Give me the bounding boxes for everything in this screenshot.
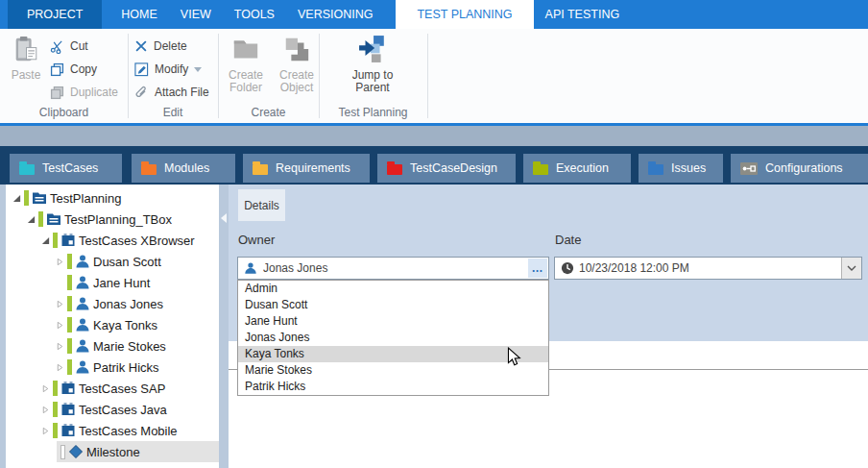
tree-item-testplanning[interactable]: TestPlanning [6,187,219,209]
dropdown-option-dusan-scott[interactable]: Dusan Scott [238,297,548,313]
owner-field-label: Owner [238,233,275,247]
tab-testcasedesign[interactable]: TestCaseDesign [377,154,516,183]
tree-item-dusan-scott[interactable]: Dusan Scott [6,251,219,272]
expanded-toggle-icon[interactable] [25,215,36,224]
folder-icon [19,164,35,175]
tree-item-patrik-hicks[interactable]: Patrik Hicks [6,357,219,378]
project-folder-icon [46,211,61,227]
owner-combobox[interactable]: Jonas Jones … [237,257,549,280]
tab-requirements[interactable]: Requirements [243,154,370,183]
menu-item-test-planning-active[interactable]: TEST PLANNING [396,0,533,29]
menu-item-project[interactable]: PROJECT [8,0,102,29]
green-status-bar [24,190,29,206]
menu-item-api-testing[interactable]: API TESTING [534,0,632,29]
tab-configurations[interactable]: Configurations [731,154,868,183]
collapse-left-arrow-icon[interactable] [221,213,227,223]
expanded-toggle-icon[interactable] [39,236,51,245]
dropdown-option-kaya-tonks-hovered[interactable]: Kaya Tonks [238,346,548,362]
tree-item-jonas-jones[interactable]: Jonas Jones [6,293,219,314]
collapsed-toggle-icon[interactable] [39,427,51,435]
collapsed-toggle-icon[interactable] [54,342,65,351]
project-folder-icon [32,190,47,206]
date-field-label: Date [555,233,581,247]
create-folder-button[interactable]: Create Folder [222,33,270,94]
milestone-diamond-icon [68,444,84,459]
expanded-toggle-icon[interactable] [11,194,22,203]
owner-browse-button[interactable]: … [528,259,547,278]
tree-item-label: Dusan Scott [93,255,161,269]
dropdown-option-jonas-jones[interactable]: Jonas Jones [238,330,548,346]
person-icon [75,275,90,290]
green-status-bar [67,254,72,269]
ribbon-toolbar: Paste Cut Copy Duplicate Delete Modify [0,29,868,126]
green-status-bar [53,423,58,438]
collapsed-toggle-icon[interactable] [39,406,51,414]
copy-button[interactable]: Copy [50,60,97,79]
tab-label: Requirements [276,161,350,175]
cut-button[interactable]: Cut [50,37,88,56]
tree-item-kaya-tonks[interactable]: Kaya Tonks [6,314,219,335]
menu-item-versioning[interactable]: VERSIONING [286,0,385,29]
outline-status-bar [60,445,65,459]
tree-item-testcases-xbrowser[interactable]: TestCases XBrowser [6,230,219,251]
jump-to-parent-label: Jump to Parent [352,68,394,94]
dropdown-option-marie-stokes[interactable]: Marie Stokes [238,362,548,379]
paste-button[interactable]: Paste [4,33,48,82]
menu-bar: PROJECT HOME VIEW TOOLS VERSIONING TEST … [0,0,868,29]
tree-item-milestone-selected[interactable]: Milestone [6,441,219,462]
paste-clipboard-icon [4,35,48,66]
tab-details[interactable]: Details [238,189,285,221]
date-dropdown-button[interactable] [841,258,861,279]
tab-label: TestCaseDesign [410,161,497,175]
cut-scissors-icon [50,39,64,54]
tab-testcases[interactable]: TestCases [10,154,122,183]
dropdown-option-admin[interactable]: Admin [238,281,548,297]
delete-button[interactable]: Delete [134,37,187,56]
create-folder-label: Create Folder [229,68,263,94]
collapsed-toggle-icon[interactable] [54,363,65,372]
tree-item-testcases-sap[interactable]: TestCases SAP [6,378,219,399]
tree-item-jane-hunt[interactable]: Jane Hunt [6,272,219,293]
tree-item-label: TestCases XBrowser [79,234,195,248]
menu-item-home[interactable]: HOME [109,0,169,29]
tree-item-marie-stokes[interactable]: Marie Stokes [6,335,219,357]
tree-item-label: Kaya Tonks [93,318,157,333]
test-cycle-calendar-icon [60,233,76,248]
cut-label: Cut [70,39,88,53]
menu-item-view[interactable]: VIEW [169,0,223,29]
tree-item-testplanning-tbox[interactable]: TestPlanning_TBox [6,209,219,230]
module-tab-bar: TestCases Modules Requirements TestCaseD… [0,146,868,185]
test-cycle-calendar-icon [60,423,76,438]
mouse-cursor [506,347,521,371]
collapsed-toggle-icon[interactable] [54,300,65,308]
collapsed-toggle-icon[interactable] [39,384,51,393]
jump-to-parent-icon [337,35,408,66]
tab-label: TestCases [42,161,98,175]
jump-to-parent-button[interactable]: Jump to Parent [337,33,408,94]
test-cycle-calendar-icon [60,381,76,396]
dropdown-option-patrik-hicks[interactable]: Patrik Hicks [238,379,548,395]
tab-issues[interactable]: Issues [639,154,723,183]
dropdown-option-jane-hunt[interactable]: Jane Hunt [238,313,548,330]
folder-icon [387,164,402,175]
create-object-button[interactable]: Create Object [273,33,321,94]
collapsed-toggle-icon[interactable] [54,258,65,266]
panel-splitter[interactable] [219,185,229,468]
tree-item-label: Milestone [86,445,140,459]
green-status-bar [67,359,72,375]
create-group-label: Create [218,106,319,119]
duplicate-button[interactable]: Duplicate [50,83,118,102]
tree-item-testcases-java[interactable]: TestCases Java [6,399,219,420]
folder-icon [141,164,157,175]
tab-execution[interactable]: Execution [523,154,631,183]
collapsed-toggle-icon[interactable] [54,321,65,330]
modify-button[interactable]: Modify [134,60,202,79]
modify-dropdown-arrow-icon[interactable] [194,67,202,72]
menu-item-tools[interactable]: TOOLS [223,0,286,29]
person-icon [75,359,90,375]
attach-file-button[interactable]: Attach File [134,83,209,102]
tree-item-testcases-mobile[interactable]: TestCases Mobile [6,420,219,441]
tab-modules[interactable]: Modules [132,154,235,183]
date-picker[interactable]: 10/23/2018 12:00 PM [554,257,862,280]
owner-dropdown-list: Admin Dusan Scott Jane Hunt Jonas Jones … [237,280,549,396]
